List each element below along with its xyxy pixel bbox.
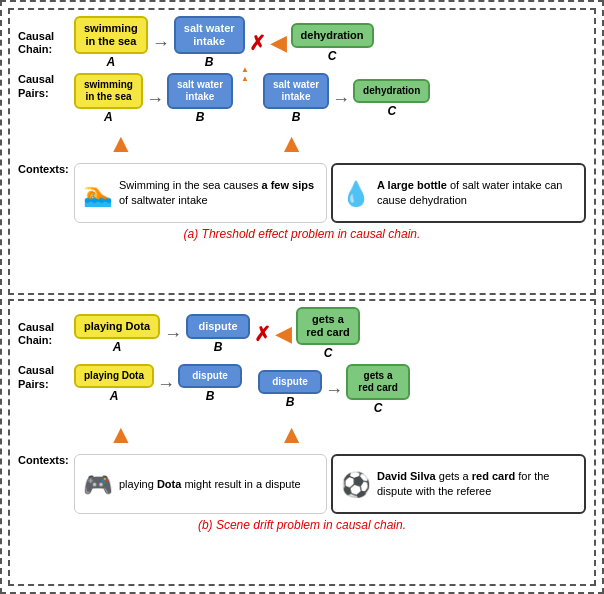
node-wrap-b1: salt waterintake B (174, 16, 245, 69)
pair1-letter-b: B (196, 110, 205, 124)
chain-label-a: CausalChain: (18, 30, 70, 56)
pair2-node-c: dehydration C (353, 79, 430, 118)
back-arrow-a: ▶ (270, 30, 287, 56)
pairs-row-a: CausalPairs: swimmingin the sea A → salt… (18, 73, 586, 124)
water-icon: 💧 (341, 177, 371, 211)
letter-b-c: C (324, 346, 333, 360)
pair-b1-arrow: → (157, 375, 175, 393)
pair1-node-a: swimmingin the sea A (74, 73, 143, 124)
node-wrap-b-a1: playing Dota A (74, 314, 160, 354)
pair1-letter-a: A (104, 110, 113, 124)
arrow-1: → (152, 34, 170, 52)
pair-b1-letter-a: A (110, 389, 119, 403)
pairs-row-b: CausalPairs: playing Dota A → dispute B … (18, 364, 586, 415)
section-threshold: CausalChain: swimmingin the sea A → salt… (8, 8, 596, 295)
soccer-icon: ⚽ (341, 468, 371, 502)
context-text-a2: A large bottle of salt water intake can … (377, 178, 576, 209)
contexts-row-b: Contexts: 🎮 playing Dota might result in… (18, 454, 586, 514)
node-wrap-b-b1: dispute B (186, 314, 250, 354)
context-box-a1: 🏊 Swimming in the sea causes a few sips … (74, 163, 327, 223)
arrow-b1: → (164, 325, 182, 343)
swim-icon: 🏊 (83, 177, 113, 211)
node-swimming-sea: swimmingin the sea (74, 16, 148, 54)
up-arrow-b2: ▲ (279, 419, 305, 450)
main-container: CausalChain: swimmingin the sea A → salt… (0, 0, 604, 594)
pair1-saltwater: salt waterintake (167, 73, 233, 109)
chain-row-a: CausalChain: swimmingin the sea A → salt… (18, 16, 586, 69)
context-text-b1: playing Dota might result in a dispute (119, 477, 301, 492)
pair-b2-node-b: dispute B (258, 370, 322, 409)
node-wrap-b-c1: gets ared card C (296, 307, 360, 360)
node-playing-dota: playing Dota (74, 314, 160, 339)
letter-a1: A (107, 55, 116, 69)
contexts-label-b: Contexts: (18, 454, 70, 467)
pair1-node-b: salt waterintake B (167, 73, 233, 124)
node-red-card: gets ared card (296, 307, 360, 345)
game-icon: 🎮 (83, 468, 113, 502)
pairs-label-a: CausalPairs: (18, 73, 70, 99)
contexts-label-a: Contexts: (18, 163, 70, 176)
pair2-node-b: salt waterintake B (263, 73, 329, 124)
context-box-b2: ⚽ David Silva gets a red card for the di… (331, 454, 586, 514)
pair-b1-dispute: dispute (178, 364, 242, 388)
chain-label-b: CausalChain: (18, 321, 70, 347)
context-box-b1: 🎮 playing Dota might result in a dispute (74, 454, 327, 514)
up-arrow-a1: ▲ (108, 128, 134, 159)
pair-b2-letter-b: B (286, 395, 295, 409)
node-dispute: dispute (186, 314, 250, 339)
pair2-letter-c: C (387, 104, 396, 118)
pairs-label-b: CausalPairs: (18, 364, 70, 390)
pair1-arrow: → (146, 90, 164, 108)
caption-a: (a) Threshold effect problem in causal c… (18, 227, 586, 241)
caption-b: (b) Scene drift problem in causal chain. (18, 518, 586, 532)
pair2-saltwater2: salt waterintake (263, 73, 329, 109)
chain-row-b: CausalChain: playing Dota A → dispute B … (18, 307, 586, 360)
letter-c1: C (328, 49, 337, 63)
pair-b2-red-card: gets ared card (346, 364, 410, 400)
letter-b-b: B (214, 340, 223, 354)
node-dehydration: dehydration (291, 23, 374, 48)
up-arrow-a2: ▲ (279, 128, 305, 159)
back-arrow-b: ▶ (275, 321, 292, 347)
pair-b2-node-c: gets ared card C (346, 364, 410, 415)
up-arrow-b1: ▲ (108, 419, 134, 450)
pair1-swimming: swimmingin the sea (74, 73, 143, 109)
node-wrap-c1: dehydration C (291, 23, 374, 63)
pair2-dehydration: dehydration (353, 79, 430, 103)
pair-b1-dota: playing Dota (74, 364, 154, 388)
up-arrows-row-a: ▲ ▲ (78, 128, 586, 159)
context-box-a2: 💧 A large bottle of salt water intake ca… (331, 163, 586, 223)
context-text-b2: David Silva gets a red card for the disp… (377, 469, 576, 500)
node-saltwater-intake: salt waterintake (174, 16, 245, 54)
up-arrows-row-b: ▲ ▲ (78, 419, 586, 450)
pair-b1-node-a: playing Dota A (74, 364, 154, 403)
pair2-arrow: → (332, 90, 350, 108)
pair-b2-arrow: → (325, 381, 343, 399)
pair-b1-letter-b: B (206, 389, 215, 403)
x-mark-a: ✗ (249, 31, 266, 55)
letter-b1: B (205, 55, 214, 69)
x-mark-b: ✗ (254, 322, 271, 346)
context-text-a1: Swimming in the sea causes a few sips of… (119, 178, 318, 209)
pair-b2-letter-c: C (374, 401, 383, 415)
contexts-row-a: Contexts: 🏊 Swimming in the sea causes a… (18, 163, 586, 223)
pair2-letter-b: B (292, 110, 301, 124)
node-wrap-a1: swimmingin the sea A (74, 16, 148, 69)
pair-b2-dispute: dispute (258, 370, 322, 394)
letter-b-a: A (113, 340, 122, 354)
pair-b1-node-b: dispute B (178, 364, 242, 403)
section-scene: CausalChain: playing Dota A → dispute B … (8, 299, 596, 586)
